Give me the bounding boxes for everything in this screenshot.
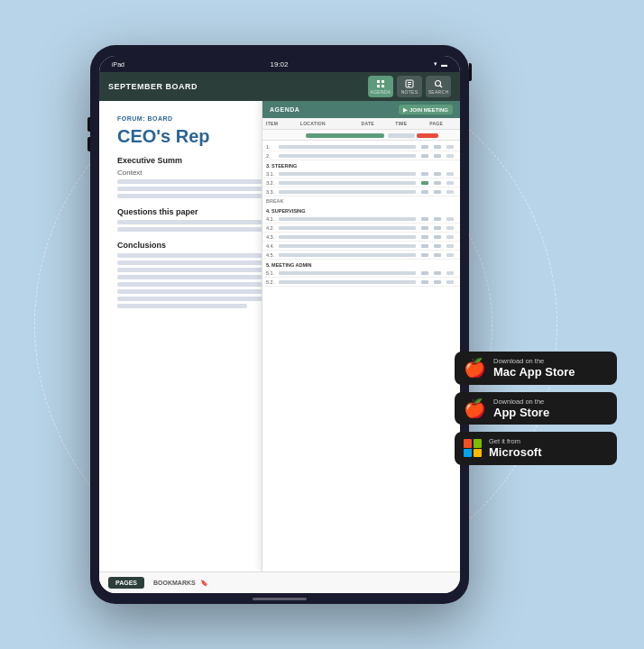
col-location: LOCATION — [297, 118, 358, 129]
microsoft-store-sub: Get it from — [489, 437, 542, 445]
agenda-panel: AGENDA ▶ JOIN MEETING ITEM LOCATION DATE… — [262, 101, 460, 571]
item-num-4-2: 4.2. — [266, 225, 279, 231]
bottom-tab-bar: PAGES BOOKMARKS 🔖 — [99, 571, 460, 593]
break-label: BREAK — [262, 197, 460, 206]
location-filter-bar — [306, 133, 384, 138]
agenda-row-3-3[interactable]: 3.3. — [262, 187, 460, 197]
item-owner-2 — [419, 154, 431, 158]
search-tab-label: SEARCH — [428, 89, 449, 95]
item-time-4-1 — [431, 217, 444, 221]
agenda-row-1[interactable]: 1. — [262, 142, 460, 151]
app-store-button[interactable]: 🍎 Download on the App Store — [455, 392, 617, 425]
item-time-3-1 — [431, 172, 444, 176]
agenda-items-list: 1. 2. 3. STEERING — [262, 141, 460, 571]
microsoft-store-text: Get it from Microsoft — [489, 437, 542, 460]
agenda-row-4-3[interactable]: 4.3. — [262, 233, 460, 242]
ipad-label: iPad — [112, 61, 124, 68]
item-page-3-2 — [444, 181, 456, 185]
item-page-4-2 — [444, 226, 456, 230]
item-time-5-2 — [431, 280, 444, 284]
ipad-vol-down-button — [87, 137, 90, 151]
ipad-vol-up-button — [87, 117, 90, 132]
item-page-5-1 — [444, 271, 456, 275]
item-time-4-4 — [431, 244, 444, 248]
item-num-5-1: 5.1. — [266, 270, 279, 276]
item-owner-4-4 — [419, 244, 431, 248]
apple-icon-mac: 🍎 — [464, 359, 486, 377]
join-meeting-label: JOIN MEETING — [409, 107, 448, 113]
svg-line-9 — [440, 86, 442, 87]
item-time-4-2 — [431, 226, 444, 230]
agenda-row-5-2[interactable]: 5.2. — [262, 278, 460, 287]
item-page-2 — [444, 154, 456, 158]
item-bar-5-1 — [279, 271, 416, 275]
item-num-4-1: 4.1. — [266, 216, 279, 222]
item-bar-2 — [279, 154, 416, 158]
item-time-5-1 — [431, 271, 444, 275]
microsoft-store-button[interactable]: Get it from Microsoft — [455, 432, 617, 465]
tab-agenda[interactable]: AGENDA — [368, 76, 393, 97]
item-bar-1 — [279, 145, 416, 149]
page-filter-spacer — [438, 132, 456, 138]
wifi-icon: ▾ — [434, 60, 437, 68]
agenda-row-2[interactable]: 2. — [262, 151, 460, 160]
date-filter-bar — [388, 133, 415, 138]
microsoft-store-main: Microsoft — [489, 445, 542, 460]
item-bar-5-2 — [279, 280, 416, 284]
item-owner-4-1 — [419, 217, 431, 221]
tab-notes[interactable]: NOTES — [397, 76, 422, 97]
item-owner-4-2 — [419, 226, 431, 230]
svg-rect-3 — [382, 85, 384, 87]
ms-green-square — [474, 439, 482, 447]
ipad-power-button — [469, 63, 472, 81]
item-owner-4-5 — [419, 253, 431, 257]
home-indicator — [253, 598, 307, 600]
toolbar: SEPTEMBER BOARD AGENDA — [99, 72, 460, 101]
time-display: 19:02 — [270, 60, 288, 69]
item-page-1 — [444, 145, 456, 149]
tab-bookmarks-label: BOOKMARKS — [153, 580, 196, 586]
item-bar-4-2 — [279, 226, 416, 230]
agenda-row-4-5[interactable]: 4.5. — [262, 251, 460, 260]
text-line — [117, 304, 247, 308]
join-meeting-button[interactable]: ▶ JOIN MEETING — [399, 105, 453, 114]
item-num-3-2: 3.2. — [266, 180, 279, 186]
agenda-row-3-1[interactable]: 3.1. — [262, 169, 460, 178]
svg-rect-0 — [377, 80, 380, 83]
agenda-row-4-1[interactable]: 4.1. — [262, 215, 460, 224]
item-bar-3-1 — [279, 172, 416, 176]
mac-app-store-main: Mac App Store — [493, 365, 575, 379]
notes-icon — [405, 79, 414, 88]
agenda-filter-row — [262, 130, 460, 141]
agenda-row-4-4[interactable]: 4.4. — [262, 242, 460, 251]
mac-app-store-button[interactable]: 🍎 Download on the Mac App Store — [455, 352, 617, 385]
item-bar-4-5 — [279, 253, 416, 257]
item-bar-3-3 — [279, 190, 416, 194]
item-num-3-3: 3.3. — [266, 189, 279, 195]
item-page-4-5 — [444, 253, 456, 257]
time-filter-bar — [417, 133, 438, 138]
col-item: ITEM — [262, 118, 297, 129]
toolbar-tabs: AGENDA NOTES SEARCH — [368, 76, 451, 97]
app-store-text: Download on the App Store — [493, 398, 549, 420]
video-icon: ▶ — [403, 106, 408, 113]
agenda-column-headers: ITEM LOCATION DATE TIME PAGE — [262, 118, 460, 130]
col-date: DATE — [358, 118, 392, 129]
item-time-3-3 — [431, 190, 444, 194]
tab-bookmarks[interactable]: BOOKMARKS 🔖 — [146, 577, 216, 590]
item-num-5-2: 5.2. — [266, 279, 279, 285]
bookmark-icon: 🔖 — [200, 580, 208, 586]
tab-pages[interactable]: PAGES — [108, 577, 144, 589]
item-num-2: 2. — [266, 153, 279, 159]
status-bar: iPad 19:02 ▾ ▬ — [99, 56, 460, 72]
tab-search[interactable]: SEARCH — [426, 76, 451, 97]
agenda-row-3-2[interactable]: 3.2. — [262, 178, 460, 187]
col-page: PAGE — [426, 118, 460, 129]
ms-yellow-square — [474, 449, 482, 457]
agenda-row-5-1[interactable]: 5.1. — [262, 269, 460, 278]
agenda-row-4-2[interactable]: 4.2. — [262, 224, 460, 233]
grid-icon — [376, 79, 385, 88]
svg-rect-2 — [377, 85, 380, 87]
store-buttons-group: 🍎 Download on the Mac App Store 🍎 Downlo… — [455, 352, 617, 465]
item-time-3-2 — [431, 181, 444, 185]
